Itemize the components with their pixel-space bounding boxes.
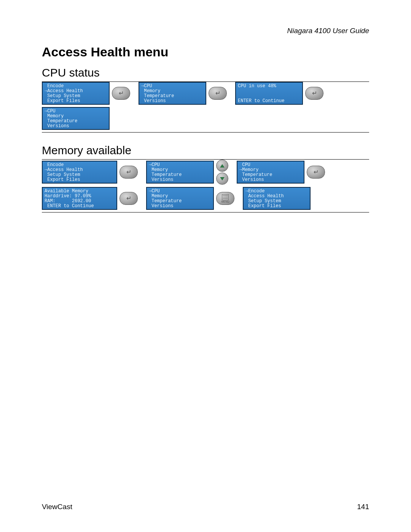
enter-button-icon xyxy=(305,87,323,100)
lcd-screen: CPU in use 48% ENTER to Continue xyxy=(235,82,303,105)
cpu-status-heading: CPU status xyxy=(42,66,369,79)
doc-header: Niagara 4100 User Guide xyxy=(42,27,369,35)
enter-button-icon xyxy=(307,166,325,179)
lcd-screen: →CPU Memory Temperature Versions xyxy=(139,82,206,105)
lcd-screen: →Encode Access Health Setup System Expor… xyxy=(243,187,311,210)
cpu-status-section: CPU status Encode →Access Health Setup S… xyxy=(42,66,369,133)
menu-button-label: MENU xyxy=(221,200,229,203)
up-down-buttons xyxy=(216,160,228,185)
lcd-screen: →CPU Memory Temperature Versions xyxy=(146,187,214,210)
lcd-screen: →CPU Memory Temperature Versions xyxy=(42,107,110,130)
enter-button-icon xyxy=(119,166,138,179)
enter-button-icon xyxy=(209,87,227,100)
lcd-screen: →CPU Memory Temperature Versions xyxy=(146,161,214,184)
lcd-screen: CPU →Memory Temperature Versions xyxy=(237,161,304,184)
down-button-icon xyxy=(216,173,228,185)
footer-brand: ViewCast xyxy=(42,503,72,511)
page-title: Access Health menu xyxy=(42,45,369,59)
lcd-screen: Available Memory Harddrive: 97.09% RAM: … xyxy=(42,187,117,210)
memory-available-section: Memory available Encode →Access Health S… xyxy=(42,144,369,212)
section-divider xyxy=(42,212,369,212)
memory-available-heading: Memory available xyxy=(42,144,369,157)
section-divider xyxy=(42,132,369,133)
enter-button-icon xyxy=(119,192,138,205)
lcd-screen: Encode →Access Health Setup System Expor… xyxy=(42,82,110,105)
footer-page-number: 141 xyxy=(357,503,369,511)
menu-button-icon: MENU xyxy=(216,192,234,205)
enter-button-icon xyxy=(112,87,130,100)
lcd-screen: Encode →Access Health Setup System Expor… xyxy=(42,161,117,184)
up-button-icon xyxy=(216,160,228,172)
